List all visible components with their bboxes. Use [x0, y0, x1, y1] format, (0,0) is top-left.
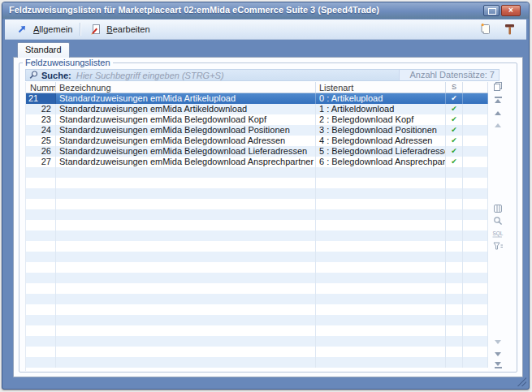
cell-bezeichnung: [56, 252, 316, 262]
table-row[interactable]: 23 Standardzuweisungen emMida Belegdownl…: [26, 114, 488, 125]
table-row-empty[interactable]: [26, 220, 488, 230]
table-row-empty[interactable]: [26, 283, 488, 294]
hammer-icon[interactable]: [502, 22, 517, 37]
table-row-empty[interactable]: [26, 357, 488, 368]
table-row-empty[interactable]: [26, 178, 488, 188]
cell-nummer: [26, 304, 56, 315]
table-row-empty[interactable]: [26, 252, 488, 262]
maximize-button[interactable]: [483, 5, 500, 16]
check-icon: ✔: [446, 93, 463, 104]
table-row-empty[interactable]: [26, 315, 488, 325]
go-first-icon[interactable]: [491, 95, 504, 105]
table-row[interactable]: 22 Standardzuweisungen emMida Artikeldow…: [26, 104, 488, 114]
cell-listenart: [316, 230, 446, 241]
check-icon: [446, 199, 463, 209]
table-row-empty[interactable]: [26, 209, 488, 220]
prev-record-icon[interactable]: [491, 120, 504, 130]
tab-standard-label: Standard: [25, 45, 62, 54]
cell-filler: [463, 157, 488, 167]
tab-standard[interactable]: Standard: [17, 42, 70, 58]
cell-listenart: [316, 241, 446, 252]
bearbeiten-button[interactable]: Bearbeiten: [83, 21, 154, 37]
groupbox-label: Feldzuweisungslisten: [23, 58, 113, 68]
column-header-listenart[interactable]: Listenart: [316, 82, 446, 93]
table-row[interactable]: 26 Standardzuweisungen emMida Belegdownl…: [26, 146, 488, 157]
filter-icon[interactable]: [491, 241, 504, 251]
cell-listenart: [316, 273, 446, 283]
cell-listenart: [316, 357, 446, 368]
next-record-icon[interactable]: [491, 337, 504, 347]
cell-filler: [463, 125, 488, 136]
table-row-empty[interactable]: [26, 347, 488, 357]
cell-bezeichnung: Standardzuweisungen emMida Belegdownload…: [56, 146, 316, 157]
toolbar-separator: [80, 23, 80, 36]
table-row[interactable]: 24 Standardzuweisungen emMida Belegdownl…: [26, 125, 488, 136]
titlebar[interactable]: Feldzuweisungslisten für Marketplaceart …: [2, 2, 529, 19]
table-row[interactable]: 21 Standardzuweisungen emMida Artikelupl…: [26, 93, 488, 104]
table-row[interactable]: 25 Standardzuweisungen emMida Belegdownl…: [26, 136, 488, 146]
zoom-icon[interactable]: [491, 216, 504, 226]
table-row-empty[interactable]: [26, 273, 488, 283]
cell-filler: [463, 209, 488, 220]
cell-bezeichnung: [56, 283, 316, 294]
allgemein-button[interactable]: Allgemein: [10, 21, 77, 37]
resize-grip[interactable]: [517, 377, 526, 386]
check-icon: [446, 230, 463, 241]
search-bar[interactable]: Suche: Hier Suchbegriff eingeben (STRG+S…: [25, 69, 500, 81]
cell-bezeichnung: [56, 199, 316, 209]
cell-bezeichnung: Standardzuweisungen emMida Belegdownload…: [56, 157, 316, 167]
table-row-empty[interactable]: [26, 325, 488, 336]
table-row-empty[interactable]: [26, 241, 488, 252]
cell-bezeichnung: [56, 315, 316, 325]
table-row-empty[interactable]: [26, 188, 488, 199]
check-icon: [446, 336, 463, 347]
cell-nummer: [26, 357, 56, 368]
table-row-empty[interactable]: [26, 230, 488, 241]
grid-header: Nummer Bezeichnung Listenart S: [26, 82, 488, 93]
check-icon: [446, 209, 463, 220]
copy-icon[interactable]: [491, 82, 504, 92]
page-down-icon[interactable]: [491, 349, 504, 359]
table-row[interactable]: 27 Standardzuweisungen emMida Belegdownl…: [26, 157, 488, 167]
column-header-bezeichnung[interactable]: Bezeichnung: [56, 82, 316, 93]
table-row-empty[interactable]: [26, 336, 488, 347]
page-up-icon[interactable]: [491, 108, 504, 118]
check-icon: [446, 325, 463, 336]
cell-nummer: [26, 294, 56, 304]
sql-icon[interactable]: SQL: [491, 229, 504, 239]
search-input[interactable]: Hier Suchbegriff eingeben (STRG+S): [76, 71, 224, 80]
check-icon: [446, 167, 463, 178]
cell-listenart: [316, 178, 446, 188]
table-row-empty[interactable]: [26, 262, 488, 273]
cell-nummer: [26, 273, 56, 283]
cell-filler: [463, 220, 488, 230]
table-row-empty[interactable]: [26, 199, 488, 209]
table-row-empty[interactable]: [26, 304, 488, 315]
column-chooser-icon[interactable]: [491, 204, 504, 213]
cell-listenart: [316, 188, 446, 199]
cell-filler: [463, 262, 488, 273]
cell-bezeichnung: [56, 336, 316, 347]
column-header-s[interactable]: S: [446, 82, 463, 93]
new-document-icon[interactable]: [478, 22, 493, 37]
check-icon: ✔: [446, 146, 463, 157]
table-row-empty[interactable]: [26, 167, 488, 178]
go-last-icon[interactable]: [491, 360, 504, 370]
toolbar-right-group: [478, 22, 521, 37]
cell-listenart: [316, 199, 446, 209]
app-window: Feldzuweisungslisten für Marketplaceart …: [2, 2, 530, 390]
cell-bezeichnung: [56, 220, 316, 230]
cell-filler: [463, 315, 488, 325]
cell-bezeichnung: [56, 188, 316, 199]
cell-filler: [463, 188, 488, 199]
close-button[interactable]: ×: [501, 5, 521, 16]
table-row-empty[interactable]: [26, 294, 488, 304]
cell-nummer: [26, 199, 56, 209]
cell-filler: [463, 146, 488, 157]
cell-bezeichnung: [56, 262, 316, 273]
cell-bezeichnung: Standardzuweisungen emMida Belegdownload…: [56, 125, 316, 136]
column-header-nummer[interactable]: Nummer: [26, 82, 56, 93]
cell-listenart: [316, 294, 446, 304]
check-icon: [446, 357, 463, 368]
cell-filler: [463, 357, 488, 368]
